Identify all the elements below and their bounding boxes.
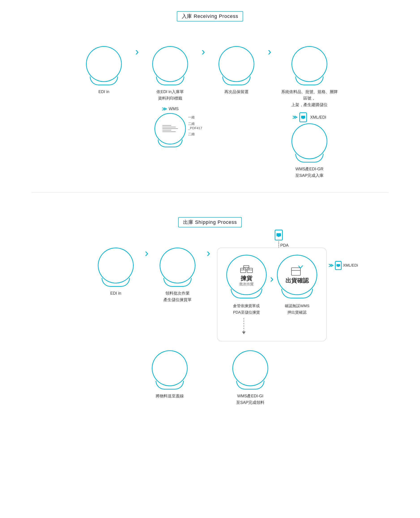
svg-rect-13 [337,264,340,266]
ship-arrow-2: › [207,248,210,270]
ship-circle-1 [98,248,134,283]
receiving-header-area: 入庫 Receiving Process [14,11,406,30]
recv-circle-4 [292,46,327,82]
pda-floating: PDA [269,230,289,248]
box-check-icon [291,265,304,277]
ship-inner-arrow: › [270,272,274,285]
shipping-bottom-row: 將物料送至蓋線 WMS產EDI-GI 至SAP完成領料 [14,350,406,406]
recv-circle-gr [292,123,327,159]
ship-bot-label-1: 將物料送至蓋線 [156,393,184,399]
xmledi-chevrons-ship: ≫ [329,263,334,268]
recv-label-4: 系統依料品、批號、規格、層牌區號， 上架，產生建購儲位 [280,89,338,108]
pick-label: 倉管依揀貨單或 PDA至儲位揀貨 [233,303,260,316]
ship-node-2: 領料批次作業 產生儲位揀貨單 [155,248,200,303]
ship-arrow-1: › [145,248,149,270]
label-line-2 [162,127,176,127]
highlight-box-inner: 揀貨 批次出貨 倉管依揀貨單或 PDA至儲位揀貨 › [226,255,317,316]
shipping-header-area: 出庫 Shipping Process [14,217,406,236]
label-lines [160,123,180,134]
confirm-label: 確認無誤WMS 押出貨確認 [285,303,309,316]
pick-sub: 批次出貨 [239,282,254,286]
xmledi-arrow-ship: ≫ XML/EDi [329,261,358,270]
label-tag-3: 二維 [188,132,202,136]
pda-icon-xmledi [335,261,342,270]
xmledi-branch-ship: ≫ XML/EDi [329,261,358,270]
receiving-main-row: EDI in › 依EDI in入庫單 資料列印標籤 ≫ WMS [14,42,406,179]
receiving-section-title: 入庫 Receiving Process [182,13,238,20]
confirm-title: 出貨確認 [285,277,309,284]
label-line-4 [162,130,171,130]
label-line-3 [162,128,178,129]
page-container: 入庫 Receiving Process EDI in › 依EDI in入庫單… [0,0,420,518]
pda-screen-svg [301,116,305,119]
svg-rect-3 [278,236,279,237]
recv-label-2: 依EDI in入庫單 資料列印標籤 [157,89,184,102]
receiving-section: 入庫 Receiving Process EDI in › 依EDI in入庫單… [0,0,420,192]
confirm-node: 出貨確認 確認無誤WMS 押出貨確認 [277,255,317,316]
pda-label-ship: PDA [280,243,289,248]
xmledi-chevrons-recv: ≫ [292,114,298,120]
svg-rect-0 [301,116,305,118]
label-tag-1: 一維 [188,115,202,120]
label-tag-2: 二維_PDF417 [188,122,202,130]
xmledi-label-ship: XML/EDi [343,263,358,268]
recv-circle-1 [86,46,122,82]
highlight-box: 揀貨 批次出貨 倉管依揀貨單或 PDA至儲位揀貨 › [217,248,327,341]
dashed-line-ship [244,318,244,331]
ship-bot-node-2: WMS產EDI-GI 至SAP完成領料 [228,350,273,406]
recv-arrow-2: › [202,46,205,68]
ship-bot-label-2: WMS產EDI-GI 至SAP完成領料 [236,393,264,406]
svg-rect-5 [244,265,249,270]
pda-xmledi-screen [337,264,340,267]
svg-rect-14 [338,266,339,267]
wms-arrow-label: ≫ WMS [162,106,179,112]
receiving-section-header: 入庫 Receiving Process [177,11,243,22]
wms-label: WMS [169,106,179,111]
recv-label-gr: WMS產EDI-GR 至SAP完成入庫 [295,166,323,179]
pick-circle: 揀貨 批次出貨 [226,255,267,295]
dashed-arrow-ship [242,318,246,334]
svg-rect-1 [302,118,304,119]
shipping-top-row: EDI in › 領料批次作業 產生儲位揀貨單 › [14,248,406,341]
recv-node-3: 再次品保留選 [214,46,259,95]
xmledi-arrow-label-recv: ≫ XML/EDI [292,112,326,122]
pda-dashed-line [278,241,279,248]
ship-label-1: EDI in [110,290,121,297]
recv-node-1: EDI in [82,46,126,95]
recv-node-2-col: 依EDI in入庫單 資料列印標籤 ≫ WMS [148,46,193,144]
highlight-box-wrapper: PDA [217,248,327,341]
svg-rect-11 [292,268,300,275]
ship-node-1: EDI in [93,248,138,297]
ship-circle-2 [160,248,195,283]
svg-rect-2 [277,233,281,236]
svg-rect-4 [240,268,246,273]
label-circle-wrapper: 一維 二維_PDF417 二維 [155,113,186,144]
pick-node: 揀貨 批次出貨 倉管依揀貨單或 PDA至儲位揀貨 [226,255,267,316]
recv-label-1: EDI in [98,89,110,95]
pick-title: 揀貨 [241,275,252,282]
pda-icon-ship [275,230,283,240]
recv-label-3: 再次品保留選 [224,89,248,95]
shipping-section-title: 出庫 Shipping Process [183,219,237,226]
ship-bot-circle-1 [152,350,188,386]
recv-node-4-col: 系統依料品、批號、規格、層牌區號， 上架，產生建購儲位 ≫ XML/EDI [280,46,338,179]
recv-circle-3 [218,46,254,82]
wms-branch: ≫ WMS [155,106,186,144]
label-line-5 [162,131,176,132]
confirm-circle: 出貨確認 [277,255,317,295]
wms-chevrons: ≫ [162,106,167,112]
recv-arrow-3: › [268,46,271,68]
recv-arrow-1: › [135,46,139,68]
label-line-1 [162,125,171,126]
xmledi-branch-recv: ≫ XML/EDI WMS產EDI-GR 至SAP完成入庫 [292,112,327,179]
shipping-section: 出庫 Shipping Process EDI in › 領料批次作業 產生儲位… [0,208,420,424]
pda-icon-recv [299,112,307,122]
pda-screen-ship [277,233,281,237]
dashed-arrowhead-ship [242,331,246,334]
ship-label-2: 領料批次作業 產生儲位揀貨單 [164,290,192,303]
shipping-section-header: 出庫 Shipping Process [178,217,242,227]
xmledi-label-recv: XML/EDI [310,115,326,120]
ship-bot-circle-2 [232,350,268,386]
label-tags: 一維 二維_PDF417 二維 [188,115,202,136]
svg-rect-6 [247,268,253,273]
